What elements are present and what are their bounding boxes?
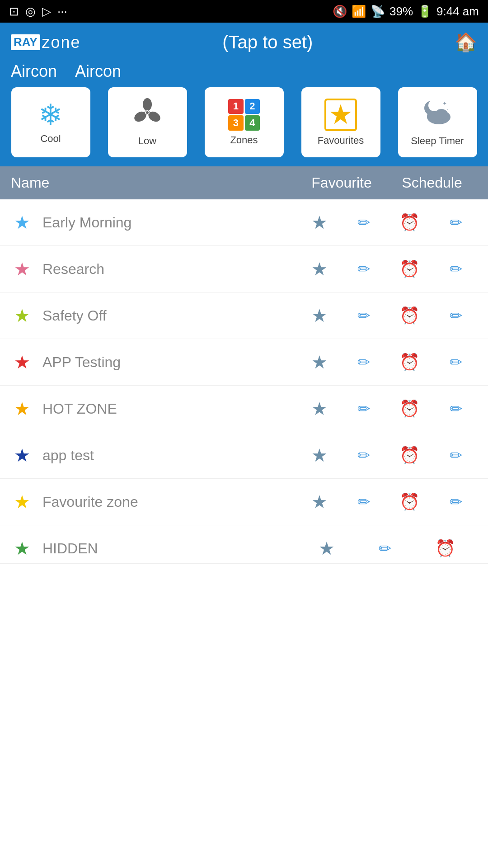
favourites-button[interactable]: ★ Favourites [301, 87, 380, 157]
item-name-early-morning[interactable]: Early Morning [42, 214, 296, 231]
edit-schedule-favourite-zone[interactable]: ✏ [450, 493, 462, 511]
favourite-toggle-app-testing[interactable]: ★ [311, 352, 328, 373]
schedule-alarm-research[interactable]: ⏰ [399, 259, 420, 278]
item-actions-research: ★ ✏ ⏰ ✏ [296, 259, 477, 279]
zones-icon: 1 2 3 4 [228, 99, 260, 131]
cool-label: Cool [40, 133, 61, 145]
item-name-app-test[interactable]: app test [42, 447, 296, 464]
item-star-hot-zone: ★ [11, 398, 33, 419]
home-button[interactable]: 🏠 [455, 32, 477, 53]
item-name-app-testing[interactable]: APP Testing [42, 354, 296, 371]
favourite-toggle-safety-off[interactable]: ★ [311, 305, 328, 326]
favourite-toggle-favourite-zone[interactable]: ★ [311, 491, 328, 512]
header-title[interactable]: (Tap to set) [222, 32, 313, 52]
battery-icon: 🔋 [418, 5, 432, 19]
item-star-hidden: ★ [11, 538, 33, 559]
record-icon: ◎ [25, 5, 36, 19]
schedule-alarm-early-morning[interactable]: ⏰ [399, 213, 420, 232]
item-name-favourite-zone[interactable]: Favourite zone [42, 494, 296, 510]
aircon-label-2[interactable]: Aircon [75, 62, 121, 81]
edit-favourite-app-testing[interactable]: ✏ [357, 353, 370, 371]
wifi-icon: 📶 [352, 5, 366, 19]
list-item: ★ app test ★ ✏ ⏰ ✏ [0, 432, 488, 479]
list-item: ★ HOT ZONE ★ ✏ ⏰ ✏ [0, 386, 488, 432]
zones-button[interactable]: 1 2 3 4 Zones [205, 87, 284, 157]
item-name-research[interactable]: Research [42, 261, 296, 278]
edit-favourite-research[interactable]: ✏ [357, 260, 370, 278]
list-item: ★ APP Testing ★ ✏ ⏰ ✏ [0, 339, 488, 386]
list-item: ★ Research ★ ✏ ⏰ ✏ [0, 246, 488, 292]
svg-point-5 [146, 111, 149, 114]
item-star-favourite-zone: ★ [11, 491, 33, 512]
item-star-app-testing: ★ [11, 352, 33, 373]
favourite-toggle-app-test[interactable]: ★ [311, 445, 328, 466]
logo-ray: RAY [11, 34, 40, 50]
edit-schedule-app-test[interactable]: ✏ [450, 446, 462, 464]
list-item: ★ HIDDEN ★ ✏ ⏰ [0, 525, 488, 564]
favourite-toggle-hot-zone[interactable]: ★ [311, 398, 328, 419]
svg-point-10 [428, 99, 440, 111]
low-button[interactable]: Low [108, 87, 187, 157]
logo-zone: zone [42, 33, 81, 52]
app-logo: RAY zone [11, 33, 81, 52]
battery-percent: 39% [389, 5, 413, 19]
status-left-icons: ⊡ ◎ ▷ ··· [9, 5, 67, 19]
mute-icon: 🔇 [333, 5, 347, 19]
item-name-hot-zone[interactable]: HOT ZONE [42, 401, 296, 417]
col-header-schedule: Schedule [387, 175, 477, 191]
cool-icon: ❄ [38, 100, 63, 129]
col-header-name: Name [11, 175, 296, 191]
zones-label: Zones [230, 134, 258, 146]
svg-text:✦: ✦ [442, 100, 447, 107]
schedule-alarm-app-testing[interactable]: ⏰ [399, 353, 420, 372]
edit-favourite-early-morning[interactable]: ✏ [357, 213, 370, 231]
col-header-favourite: Favourite [296, 175, 387, 191]
edit-schedule-safety-off[interactable]: ✏ [450, 307, 462, 325]
fan-icon [133, 98, 162, 132]
item-actions-hot-zone: ★ ✏ ⏰ ✏ [296, 398, 477, 419]
schedule-alarm-hot-zone[interactable]: ⏰ [399, 399, 420, 418]
item-actions-safety-off: ★ ✏ ⏰ ✏ [296, 305, 477, 326]
image-icon: ⊡ [9, 5, 19, 19]
aircon-label-1[interactable]: Aircon [11, 62, 57, 81]
edit-favourite-favourite-zone[interactable]: ✏ [357, 493, 370, 511]
sleep-timer-button[interactable]: ✦ · Sleep Timer [398, 87, 477, 157]
favourite-toggle-hidden[interactable]: ★ [319, 538, 335, 559]
favourites-label: Favourites [318, 135, 364, 146]
edit-favourite-hot-zone[interactable]: ✏ [357, 400, 370, 418]
edit-schedule-research[interactable]: ✏ [450, 260, 462, 278]
schedule-alarm-app-test[interactable]: ⏰ [399, 446, 420, 465]
schedule-alarm-hidden[interactable]: ⏰ [435, 539, 455, 558]
item-name-hidden[interactable]: HIDDEN [42, 540, 296, 557]
item-star-app-test: ★ [11, 445, 33, 466]
edit-favourite-hidden[interactable]: ✏ [379, 539, 391, 557]
item-actions-early-morning: ★ ✏ ⏰ ✏ [296, 212, 477, 233]
edit-favourite-app-test[interactable]: ✏ [357, 446, 370, 464]
list-item: ★ Safety Off ★ ✏ ⏰ ✏ [0, 292, 488, 339]
clock: 9:44 am [436, 5, 479, 19]
low-label: Low [138, 135, 156, 147]
more-icon: ··· [57, 5, 67, 19]
schedule-alarm-safety-off[interactable]: ⏰ [399, 306, 420, 325]
svg-point-1 [143, 98, 152, 111]
edit-schedule-hot-zone[interactable]: ✏ [450, 400, 462, 418]
status-right-icons: 🔇 📶 📡 39% 🔋 9:44 am [333, 5, 479, 19]
cool-button[interactable]: ❄ Cool [11, 87, 90, 157]
app-header: RAY zone (Tap to set) 🏠 [0, 23, 488, 62]
item-star-research: ★ [11, 259, 33, 279]
item-actions-app-testing: ★ ✏ ⏰ ✏ [296, 352, 477, 373]
table-header: Name Favourite Schedule [0, 166, 488, 199]
edit-favourite-safety-off[interactable]: ✏ [357, 307, 370, 325]
schedule-alarm-favourite-zone[interactable]: ⏰ [399, 492, 420, 511]
item-actions-favourite-zone: ★ ✏ ⏰ ✏ [296, 491, 477, 512]
item-actions-app-test: ★ ✏ ⏰ ✏ [296, 445, 477, 466]
status-bar: ⊡ ◎ ▷ ··· 🔇 📶 📡 39% 🔋 9:44 am [0, 0, 488, 23]
sleep-timer-icon: ✦ · [422, 98, 453, 132]
favourite-toggle-research[interactable]: ★ [311, 259, 328, 279]
favourite-toggle-early-morning[interactable]: ★ [311, 212, 328, 233]
edit-schedule-early-morning[interactable]: ✏ [450, 213, 462, 231]
mode-buttons-row: ❄ Cool Low 1 2 3 4 Zones [0, 87, 488, 166]
item-name-safety-off[interactable]: Safety Off [42, 307, 296, 324]
aircon-row: Aircon Aircon [0, 62, 488, 87]
edit-schedule-app-testing[interactable]: ✏ [450, 353, 462, 371]
